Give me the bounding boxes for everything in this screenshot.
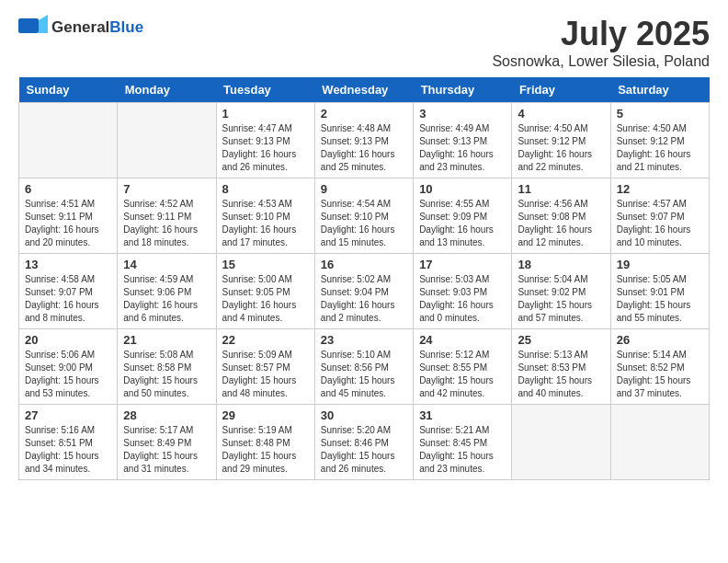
calendar-cell: 4Sunrise: 4:50 AM Sunset: 9:12 PM Daylig… — [512, 103, 610, 178]
day-detail: Sunrise: 4:56 AM Sunset: 9:08 PM Dayligh… — [518, 198, 604, 249]
svg-marker-1 — [39, 15, 48, 33]
week-row-3: 13Sunrise: 4:58 AM Sunset: 9:07 PM Dayli… — [19, 254, 710, 329]
logo: GeneralBlue — [18, 15, 143, 40]
calendar-cell: 27Sunrise: 5:16 AM Sunset: 8:51 PM Dayli… — [19, 405, 118, 480]
day-detail: Sunrise: 4:47 AM Sunset: 9:13 PM Dayligh… — [222, 122, 309, 174]
day-detail: Sunrise: 5:13 AM Sunset: 8:53 PM Dayligh… — [518, 349, 604, 400]
svg-rect-0 — [18, 18, 39, 33]
day-number: 28 — [123, 408, 210, 422]
day-number: 2 — [321, 107, 407, 121]
day-number: 24 — [419, 333, 506, 347]
calendar-cell: 20Sunrise: 5:06 AM Sunset: 9:00 PM Dayli… — [19, 329, 118, 405]
day-detail: Sunrise: 4:59 AM Sunset: 9:06 PM Dayligh… — [123, 273, 210, 325]
day-number: 31 — [419, 408, 506, 422]
day-number: 12 — [617, 182, 703, 196]
day-number: 1 — [222, 107, 309, 121]
day-number: 23 — [321, 333, 407, 347]
day-number: 16 — [321, 258, 407, 271]
day-number: 20 — [25, 333, 111, 347]
calendar-cell: 8Sunrise: 4:53 AM Sunset: 9:10 PM Daylig… — [216, 178, 314, 254]
day-number: 8 — [222, 182, 309, 196]
day-detail: Sunrise: 5:08 AM Sunset: 8:58 PM Dayligh… — [123, 349, 210, 400]
day-detail: Sunrise: 4:50 AM Sunset: 9:12 PM Dayligh… — [518, 122, 604, 174]
calendar-cell — [512, 405, 610, 480]
day-detail: Sunrise: 4:48 AM Sunset: 9:13 PM Dayligh… — [321, 122, 407, 174]
day-number: 5 — [617, 107, 703, 121]
calendar-cell — [118, 103, 216, 178]
day-detail: Sunrise: 5:09 AM Sunset: 8:57 PM Dayligh… — [222, 349, 309, 400]
location-text: Sosnowka, Lower Silesia, Poland — [492, 53, 710, 70]
day-number: 17 — [419, 258, 506, 271]
calendar-cell: 21Sunrise: 5:08 AM Sunset: 8:58 PM Dayli… — [118, 329, 216, 405]
day-number: 29 — [222, 408, 309, 422]
calendar-cell: 10Sunrise: 4:55 AM Sunset: 9:09 PM Dayli… — [414, 178, 512, 254]
calendar-cell: 7Sunrise: 4:52 AM Sunset: 9:11 PM Daylig… — [118, 178, 216, 254]
calendar-cell: 16Sunrise: 5:02 AM Sunset: 9:04 PM Dayli… — [314, 254, 413, 329]
month-title: July 2025 — [492, 15, 710, 53]
day-detail: Sunrise: 5:12 AM Sunset: 8:55 PM Dayligh… — [419, 349, 506, 400]
calendar-cell: 22Sunrise: 5:09 AM Sunset: 8:57 PM Dayli… — [216, 329, 314, 405]
day-detail: Sunrise: 4:52 AM Sunset: 9:11 PM Dayligh… — [123, 198, 210, 249]
day-detail: Sunrise: 5:04 AM Sunset: 9:02 PM Dayligh… — [518, 273, 604, 325]
day-number: 22 — [222, 333, 309, 347]
day-detail: Sunrise: 5:06 AM Sunset: 9:00 PM Dayligh… — [25, 349, 111, 400]
day-detail: Sunrise: 4:55 AM Sunset: 9:09 PM Dayligh… — [419, 198, 506, 249]
calendar-table: SundayMondayTuesdayWednesdayThursdayFrid… — [18, 77, 710, 480]
weekday-header-tuesday: Tuesday — [216, 77, 314, 103]
calendar-cell: 12Sunrise: 4:57 AM Sunset: 9:07 PM Dayli… — [610, 178, 709, 254]
week-row-5: 27Sunrise: 5:16 AM Sunset: 8:51 PM Dayli… — [19, 405, 710, 480]
calendar-cell: 15Sunrise: 5:00 AM Sunset: 9:05 PM Dayli… — [216, 254, 314, 329]
calendar-cell: 14Sunrise: 4:59 AM Sunset: 9:06 PM Dayli… — [118, 254, 216, 329]
weekday-header-wednesday: Wednesday — [314, 77, 413, 103]
calendar-cell: 18Sunrise: 5:04 AM Sunset: 9:02 PM Dayli… — [512, 254, 610, 329]
day-number: 18 — [518, 258, 604, 271]
logo-icon — [18, 15, 48, 40]
calendar-cell: 26Sunrise: 5:14 AM Sunset: 8:52 PM Dayli… — [610, 329, 709, 405]
week-row-2: 6Sunrise: 4:51 AM Sunset: 9:11 PM Daylig… — [19, 178, 710, 254]
day-detail: Sunrise: 5:10 AM Sunset: 8:56 PM Dayligh… — [321, 349, 407, 400]
logo-general-text: General — [51, 18, 109, 36]
calendar-cell: 9Sunrise: 4:54 AM Sunset: 9:10 PM Daylig… — [314, 178, 413, 254]
weekday-header-row: SundayMondayTuesdayWednesdayThursdayFrid… — [19, 77, 710, 103]
day-detail: Sunrise: 4:51 AM Sunset: 9:11 PM Dayligh… — [25, 198, 111, 249]
day-detail: Sunrise: 4:53 AM Sunset: 9:10 PM Dayligh… — [222, 198, 309, 249]
calendar-cell: 31Sunrise: 5:21 AM Sunset: 8:45 PM Dayli… — [414, 405, 512, 480]
day-detail: Sunrise: 4:49 AM Sunset: 9:13 PM Dayligh… — [419, 122, 506, 174]
day-number: 10 — [419, 182, 506, 196]
calendar-cell: 5Sunrise: 4:50 AM Sunset: 9:12 PM Daylig… — [610, 103, 709, 178]
day-detail: Sunrise: 5:21 AM Sunset: 8:45 PM Dayligh… — [419, 424, 506, 476]
title-section: July 2025 Sosnowka, Lower Silesia, Polan… — [492, 15, 710, 70]
day-detail: Sunrise: 5:19 AM Sunset: 8:48 PM Dayligh… — [222, 424, 309, 476]
day-number: 3 — [419, 107, 506, 121]
calendar-cell: 13Sunrise: 4:58 AM Sunset: 9:07 PM Dayli… — [19, 254, 118, 329]
calendar-cell — [19, 103, 118, 178]
day-detail: Sunrise: 5:02 AM Sunset: 9:04 PM Dayligh… — [321, 273, 407, 325]
day-detail: Sunrise: 4:54 AM Sunset: 9:10 PM Dayligh… — [321, 198, 407, 249]
weekday-header-monday: Monday — [118, 77, 216, 103]
calendar-cell — [610, 405, 709, 480]
weekday-header-friday: Friday — [512, 77, 610, 103]
calendar-cell: 1Sunrise: 4:47 AM Sunset: 9:13 PM Daylig… — [216, 103, 314, 178]
weekday-header-thursday: Thursday — [414, 77, 512, 103]
calendar-cell: 23Sunrise: 5:10 AM Sunset: 8:56 PM Dayli… — [314, 329, 413, 405]
day-number: 6 — [25, 182, 111, 196]
day-detail: Sunrise: 4:57 AM Sunset: 9:07 PM Dayligh… — [617, 198, 703, 249]
calendar-cell: 2Sunrise: 4:48 AM Sunset: 9:13 PM Daylig… — [314, 103, 413, 178]
weekday-header-sunday: Sunday — [19, 77, 118, 103]
day-number: 26 — [617, 333, 703, 347]
day-number: 14 — [123, 258, 210, 271]
calendar-cell: 30Sunrise: 5:20 AM Sunset: 8:46 PM Dayli… — [314, 405, 413, 480]
day-detail: Sunrise: 5:20 AM Sunset: 8:46 PM Dayligh… — [321, 424, 407, 476]
calendar-cell: 29Sunrise: 5:19 AM Sunset: 8:48 PM Dayli… — [216, 405, 314, 480]
day-number: 30 — [321, 408, 407, 422]
day-number: 25 — [518, 333, 604, 347]
day-number: 11 — [518, 182, 604, 196]
day-number: 13 — [25, 258, 111, 271]
day-number: 19 — [617, 258, 703, 271]
calendar-cell: 19Sunrise: 5:05 AM Sunset: 9:01 PM Dayli… — [610, 254, 709, 329]
calendar-cell: 3Sunrise: 4:49 AM Sunset: 9:13 PM Daylig… — [414, 103, 512, 178]
calendar-cell: 28Sunrise: 5:17 AM Sunset: 8:49 PM Dayli… — [118, 405, 216, 480]
calendar-cell: 25Sunrise: 5:13 AM Sunset: 8:53 PM Dayli… — [512, 329, 610, 405]
day-number: 21 — [123, 333, 210, 347]
day-number: 7 — [123, 182, 210, 196]
